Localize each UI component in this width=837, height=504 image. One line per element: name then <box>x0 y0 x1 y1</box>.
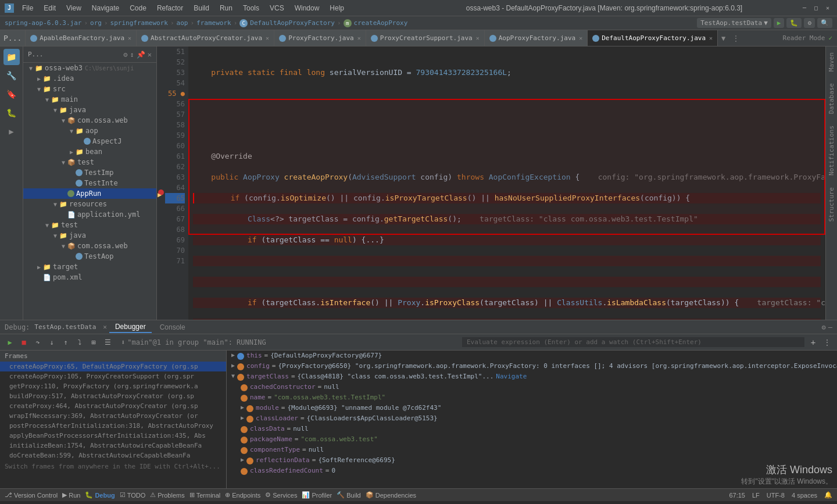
tab-close-icon[interactable]: ✕ <box>579 35 582 41</box>
expand-icon[interactable]: ▶ <box>231 352 235 358</box>
tab-console[interactable]: Console <box>154 322 191 333</box>
status-todo[interactable]: ☑ TODO <box>120 491 146 499</box>
stack-item-3[interactable]: buildProxy:517, AbstractAutoProxyCreator… <box>0 391 226 401</box>
tab-overflow[interactable]: ▼ <box>718 30 729 46</box>
encoding[interactable]: UTF-8 <box>767 492 785 499</box>
status-terminal[interactable]: ⊞ Terminal <box>189 491 221 499</box>
status-build[interactable]: 🔨 Build <box>337 491 360 499</box>
menu-window[interactable]: Window <box>290 3 324 13</box>
watch-item-module[interactable]: ▶ module = {Module@6693} "unnamed module… <box>227 403 837 413</box>
tree-node-pomxml[interactable]: 📄 pom.xml <box>23 272 156 283</box>
debug-more-icon[interactable]: ⋮ <box>822 337 832 348</box>
database-label[interactable]: Database <box>826 77 837 120</box>
bc-springframework[interactable]: springframework <box>110 19 168 27</box>
run-cursor-button[interactable]: ⤵ <box>74 337 85 348</box>
tree-node-aop[interactable]: ▼ 📁 aop <box>23 126 156 136</box>
status-vcs[interactable]: ⎇ Version Control <box>5 491 58 499</box>
tab-abstractautoproxy[interactable]: AbstractAutoProxyCreator.java ✕ <box>137 30 274 46</box>
stack-item-9[interactable]: doCreateBean:599, AbstractAutowireCapabl… <box>0 451 226 460</box>
stack-item-6[interactable]: postProcessAfterInitialization:318, Abst… <box>0 421 226 431</box>
search-button[interactable]: 🔍 <box>817 18 832 28</box>
tree-node-apprun[interactable]: AppRun <box>23 188 156 199</box>
run-icon[interactable]: ▶ <box>3 123 20 140</box>
tree-node-testinte[interactable]: TestInte <box>23 178 156 188</box>
menu-edit[interactable]: Edit <box>39 3 60 13</box>
tree-node-resources[interactable]: ▼ 📁 resources <box>23 199 156 209</box>
tree-node-testaop[interactable]: TestAop <box>23 251 156 262</box>
reader-mode-btn[interactable]: Reader Mode <box>783 34 825 42</box>
resume-button[interactable]: ▶ <box>5 337 15 348</box>
debug-run-button[interactable]: 🐛 <box>786 18 802 28</box>
step-out-button[interactable]: ↑ <box>60 337 71 348</box>
sidebar-pin-icon[interactable]: 📌 <box>137 51 145 59</box>
add-watch-icon[interactable]: + <box>808 337 818 348</box>
tab-proxyfactory[interactable]: ProxyFactory.java ✕ <box>274 30 366 46</box>
tree-node-testimp[interactable]: TestImp <box>23 167 156 178</box>
bookmarks-icon[interactable]: 🔖 <box>3 86 20 102</box>
status-dependencies[interactable]: 📦 Dependencies <box>366 491 416 499</box>
tab-proxycreator[interactable]: ProxyCreatorSupport.java ✕ <box>366 30 485 46</box>
tab-close-icon[interactable]: ✕ <box>357 35 361 41</box>
line-ending[interactable]: LF <box>752 492 760 499</box>
menu-build[interactable]: Build <box>189 3 214 13</box>
run-config-button[interactable]: TestAop.testData ▼ <box>697 18 771 28</box>
sidebar-collapse-icon[interactable]: ↕ <box>130 51 134 59</box>
bc-framework[interactable]: framework <box>196 19 231 27</box>
tab-close-icon[interactable]: ✕ <box>476 35 480 41</box>
status-profiler[interactable]: 📊 Profiler <box>302 491 332 499</box>
settings-button[interactable]: ⚙ <box>804 18 815 28</box>
structure-label[interactable]: Structure <box>826 181 837 228</box>
tree-node-package[interactable]: ▼ 📦 com.ossa.web <box>23 115 156 126</box>
tree-node-src[interactable]: ▼ 📁 src <box>23 84 156 94</box>
tab-ablepeanfactory[interactable]: ApableBeanFactory.java ✕ <box>26 30 137 46</box>
tree-node-java2[interactable]: ▼ 📁 java <box>23 230 156 241</box>
watch-item-config[interactable]: ▶ config = {ProxyFactory@6650} "org.spri… <box>227 361 837 371</box>
debug-hide-icon[interactable]: — <box>828 323 832 331</box>
debug-icon[interactable]: 🐛 <box>3 105 20 121</box>
tab-aopproxy[interactable]: AopProxyFactory.java ✕ <box>485 30 588 46</box>
code-editor[interactable]: private static final long serialVersionU… <box>188 47 825 320</box>
stack-item-1[interactable]: createAopProxy:105, ProxyCreatorSupport … <box>0 371 226 381</box>
tab-close-icon[interactable]: ✕ <box>128 35 131 41</box>
status-run[interactable]: ▶ Run <box>62 491 80 499</box>
tree-node-target[interactable]: ▶ 📁 target <box>23 262 156 272</box>
stack-item-8[interactable]: initializeBean:1754, AbstractAutowireCap… <box>0 441 226 451</box>
debug-settings-icon[interactable]: ⚙ <box>822 323 826 331</box>
menu-view[interactable]: View <box>62 3 86 13</box>
stack-item-2[interactable]: getProxy:110, ProxyFactory (org.springfr… <box>0 381 226 391</box>
frames-button[interactable]: ☰ <box>102 337 113 348</box>
code-container[interactable]: 51 52 53 54 55 ● 56 57 58 59 60 61 62 63… <box>165 47 825 320</box>
expand-icon[interactable]: ▼ <box>231 373 235 379</box>
minimize-button[interactable]: ─ <box>800 3 809 13</box>
cursor-position[interactable]: 67:15 <box>729 492 745 499</box>
structure-icon[interactable]: 🔧 <box>3 67 20 84</box>
stack-item-4[interactable]: createProxy:464, AbstractAutoProxyCreato… <box>0 401 226 411</box>
menu-vcs[interactable]: VCS <box>265 3 289 13</box>
expand-icon[interactable]: ▶ <box>241 456 244 463</box>
status-problems[interactable]: ⚠ Problems <box>150 491 184 499</box>
menu-code[interactable]: Code <box>125 3 151 13</box>
bc-aop[interactable]: aop <box>177 19 188 27</box>
maven-label[interactable]: Maven <box>826 47 837 77</box>
menu-help[interactable]: Help <box>325 3 349 13</box>
tab-defaultaop[interactable]: DefaultAopProxyFactory.java ✕ <box>588 30 718 46</box>
thread-filter-icon[interactable]: ⬇ <box>121 338 125 346</box>
tab-debugger[interactable]: Debugger <box>109 321 152 333</box>
tab-close-icon[interactable]: ✕ <box>266 35 269 41</box>
tab-project[interactable]: P... <box>0 30 26 46</box>
menu-file[interactable]: File <box>17 3 38 13</box>
bc-method[interactable]: createAopProxy <box>354 19 408 27</box>
tree-node-idea[interactable]: ▶ 📁 .idea <box>23 73 156 84</box>
switch-frames-hint[interactable]: Switch frames from anywhere in the IDE w… <box>0 460 226 473</box>
step-into-button[interactable]: ↓ <box>46 337 57 348</box>
watch-item-classloader[interactable]: ▶ classLoader = {ClassLoaders$AppClassLo… <box>227 413 837 424</box>
sidebar-settings-icon[interactable]: ⚙ <box>123 51 127 59</box>
bc-org[interactable]: org <box>90 19 102 27</box>
menu-tools[interactable]: Tools <box>238 3 264 13</box>
bc-class[interactable]: DefaultAopProxyFactory <box>250 19 335 27</box>
expand-icon[interactable]: ▶ <box>241 404 244 410</box>
tree-node-bean[interactable]: ▶ 📁 bean <box>23 146 156 157</box>
bc-jar[interactable]: spring-aop-6.0.3.jar <box>5 19 81 27</box>
menu-run[interactable]: Run <box>215 3 237 13</box>
watch-item-this[interactable]: ▶ this = {DefaultAopProxyFactory@6677} <box>227 351 837 361</box>
